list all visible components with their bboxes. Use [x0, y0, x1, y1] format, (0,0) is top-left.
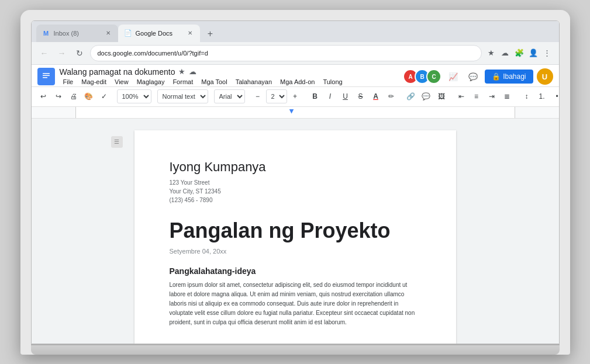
line-spacing-button[interactable]: ↕ — [520, 89, 534, 103]
doc-paper[interactable]: Iyong Kumpanya 123 Your Street Your City… — [134, 130, 456, 344]
justify-button[interactable]: ≣ — [500, 89, 514, 103]
redo-button[interactable]: ↪ — [51, 89, 65, 103]
font-select[interactable]: Arial — [214, 89, 245, 103]
address-line2: Your City, ST 12345 — [170, 187, 421, 196]
menu-table[interactable]: Talahanayan — [232, 77, 275, 86]
font-size-select[interactable]: 25 — [266, 89, 287, 103]
menu-format[interactable]: Format — [169, 77, 196, 86]
align-right-button[interactable]: ⇥ — [485, 89, 499, 103]
ruler — [32, 107, 559, 119]
company-address: 123 Your Street Your City, ST 12345 (123… — [170, 178, 421, 204]
ruler-inner — [75, 107, 515, 118]
tab-inbox-close[interactable]: ✕ — [104, 29, 112, 37]
menu-insert[interactable]: Maglagay — [133, 77, 168, 86]
spellcheck-button[interactable]: ✓ — [97, 89, 111, 103]
doc-area[interactable]: ☰ Iyong Kumpanya 123 Your Street Your Ci… — [32, 119, 559, 344]
extensions-icon[interactable]: 🧩 — [513, 47, 525, 59]
print-button[interactable]: 🖨 — [67, 89, 81, 103]
address-actions: ★ ☁ 🧩 👤 ⋮ — [485, 47, 553, 59]
svg-rect-0 — [41, 70, 51, 83]
new-tab-button[interactable]: + — [202, 26, 219, 42]
font-color-button[interactable]: A — [369, 89, 383, 103]
docs-header: Walang pamagat na dokumento ★ ☁ File Mag… — [32, 65, 559, 87]
bullet-list-button[interactable]: • — [550, 89, 560, 103]
address-input[interactable]: docs.google.com/document/u/0/?tgif=d — [90, 45, 482, 61]
docs-document-title[interactable]: Walang pamagat na dokumento — [60, 67, 175, 77]
cloud-icon[interactable]: ☁ — [499, 47, 511, 59]
menu-addons[interactable]: Mga Add-on — [277, 77, 318, 86]
forward-button[interactable]: → — [55, 46, 69, 60]
font-size-plus[interactable]: + — [288, 89, 302, 103]
laptop-base — [31, 344, 560, 355]
align-center-button[interactable]: ≡ — [470, 89, 484, 103]
menu-help[interactable]: Tulong — [319, 77, 346, 86]
underline-button[interactable]: U — [339, 89, 353, 103]
highlight-button[interactable]: ✏ — [384, 89, 398, 103]
user-avatar[interactable]: U — [537, 68, 553, 85]
doc-sidebar-icon[interactable]: ☰ — [111, 136, 123, 148]
laptop-shell: M Inbox (8) ✕ 📄 Google Docs ✕ + ← → ↻ do… — [20, 10, 570, 355]
laptop-screen: M Inbox (8) ✕ 📄 Google Docs ✕ + ← → ↻ do… — [31, 20, 560, 344]
menu-file[interactable]: File — [60, 77, 77, 86]
style-select[interactable]: Normal text — [157, 89, 208, 103]
menu-icon[interactable]: ⋮ — [541, 47, 553, 59]
section-heading: Pangkalahatang-ideya — [170, 266, 421, 276]
browser-chrome: M Inbox (8) ✕ 📄 Google Docs ✕ + ← → ↻ do… — [32, 21, 559, 65]
address-text: docs.google.com/document/u/0/?tgif=d — [98, 50, 208, 57]
tab-docs[interactable]: 📄 Google Docs ✕ — [118, 25, 200, 42]
menu-edit[interactable]: Mag-edit — [78, 77, 110, 86]
star-icon[interactable]: ★ — [178, 67, 185, 76]
tab-docs-close[interactable]: ✕ — [186, 29, 194, 37]
bookmark-icon[interactable]: ★ — [485, 47, 497, 59]
undo-button[interactable]: ↩ — [36, 89, 50, 103]
zoom-select[interactable]: 100% — [117, 89, 151, 103]
docs-favicon: 📄 — [124, 29, 132, 37]
doc-right — [456, 130, 491, 332]
back-button[interactable]: ← — [37, 46, 51, 60]
italic-button[interactable]: I — [323, 89, 337, 103]
link-button[interactable]: 🔗 — [404, 89, 418, 103]
avatar-3: C — [426, 69, 441, 84]
align-left-button[interactable]: ⇤ — [454, 89, 468, 103]
doc-container: ☰ Iyong Kumpanya 123 Your Street Your Ci… — [99, 130, 491, 332]
lock-icon: 🔒 — [492, 72, 501, 81]
address-bar-row: ← → ↻ docs.google.com/document/u/0/?tgif… — [32, 42, 559, 64]
refresh-button[interactable]: ↻ — [73, 46, 87, 60]
tab-bar: M Inbox (8) ✕ 📄 Google Docs ✕ + — [32, 21, 559, 42]
project-title: Pangalan ng Proyekto — [170, 219, 421, 243]
tab-inbox-title: Inbox (8) — [54, 30, 101, 37]
numbered-list-button[interactable]: 1. — [535, 89, 549, 103]
docs-title-area: Walang pamagat na dokumento ★ ☁ File Mag… — [60, 67, 399, 86]
address-line1: 123 Your Street — [170, 178, 421, 187]
ruler-marker[interactable] — [289, 109, 294, 114]
body-text: Lorem ipsum dolor sit amet, consectetur … — [170, 280, 421, 327]
company-name: Iyong Kumpanya — [170, 160, 421, 175]
strikethrough-button[interactable]: S — [354, 89, 368, 103]
tab-inbox[interactable]: M Inbox (8) ✕ — [36, 25, 118, 42]
menu-view[interactable]: View — [111, 77, 132, 86]
address-line3: (123) 456 - 7890 — [170, 196, 421, 204]
avatar-group: A B C — [403, 69, 441, 84]
cloud-save-icon: ☁ — [189, 67, 196, 76]
docs-logo — [37, 68, 55, 85]
bold-button[interactable]: B — [308, 89, 322, 103]
project-date: Setyembre 04, 20xx — [170, 248, 421, 255]
menu-tools[interactable]: Mga Tool — [198, 77, 230, 86]
profile-icon[interactable]: 👤 — [527, 47, 539, 59]
svg-rect-2 — [43, 75, 50, 77]
share-button-label: Ibahagi — [503, 72, 526, 81]
comment-button[interactable]: 💬 — [419, 89, 433, 103]
docs-header-right: A B C 📈 💬 🔒 Ibahagi U — [403, 68, 553, 85]
chart-icon[interactable]: 📈 — [445, 68, 461, 85]
inbox-favicon: M — [42, 29, 50, 37]
svg-rect-3 — [43, 77, 47, 78]
svg-rect-1 — [43, 73, 50, 74]
paintformat-button[interactable]: 🎨 — [82, 89, 96, 103]
docs-menu: File Mag-edit View Maglagay Format Mga T… — [60, 77, 399, 86]
font-size-minus[interactable]: − — [251, 89, 265, 103]
comment-icon[interactable]: 💬 — [465, 68, 481, 85]
doc-sidebar: ☰ — [99, 130, 134, 332]
image-button[interactable]: 🖼 — [434, 89, 448, 103]
share-button[interactable]: 🔒 Ibahagi — [485, 70, 533, 84]
format-toolbar: ↩ ↪ 🖨 🎨 ✓ 100% Normal text Arial − 25 + — [32, 87, 559, 107]
